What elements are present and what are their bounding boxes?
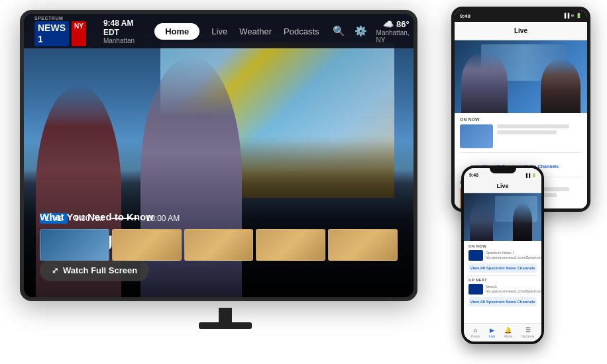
phone-channel-text-1: Spectrum News 1 hls.spectrumnews1.com/Sp… — [486, 251, 541, 260]
wyn-title-container: What You Need to Know — [40, 211, 154, 223]
wyn-title: What You Need to Know — [40, 211, 154, 222]
phone-video[interactable] — [464, 193, 541, 241]
alerts-icon: 🔔 — [504, 327, 512, 334]
phone-channel-logo-2 — [469, 284, 483, 295]
tablet-anchor-right — [541, 59, 580, 114]
phone-tab-alerts[interactable]: 🔔 Alerts — [504, 327, 513, 338]
search-icon[interactable]: 🔍 — [333, 25, 345, 37]
thumb-item-5[interactable] — [328, 229, 398, 261]
live-icon: ▶ — [490, 327, 494, 334]
tablet-video[interactable] — [455, 40, 587, 113]
phone-tab-home[interactable]: ⌂ Home — [471, 327, 480, 338]
phone-channel-name-1: Spectrum News 1 — [486, 251, 541, 255]
phone-nav-title: Live — [496, 183, 508, 189]
phone-channel-row-2: News1 hls.spectrumnews1.com/SpectrumNews… — [469, 284, 537, 295]
phone-bottom-bar: ⌂ Home ▶ Live 🔔 Alerts ☰ Sections — [464, 323, 541, 341]
tablet-time: 9:40 — [460, 13, 470, 19]
fullscreen-icon: ⤢ — [52, 266, 58, 275]
phone-up-next-label: UP NEXT — [469, 278, 537, 282]
thumb-item-2[interactable] — [112, 229, 182, 261]
time-display: 9:48 AM EDT — [103, 19, 135, 37]
tv-navbar: SPECTRUM NEWS 1 NY 9:48 AM EDT Manhattan… — [24, 14, 414, 48]
time-location: Manhattan — [103, 37, 135, 44]
tablet-line-1a — [497, 124, 569, 128]
weather-city: Manhattan, NY — [376, 29, 410, 44]
tv-nav-items: Home Live Weather Podcasts — [154, 23, 319, 40]
tablet-on-now-label: ON NOW — [460, 117, 582, 122]
phone-status-icons: ▐▐ 🔋 — [525, 173, 536, 177]
phone-on-now-label: ON NOW — [469, 244, 537, 248]
tablet-nav-bar: Live — [455, 22, 587, 40]
tv-screen: SPECTRUM NEWS 1 NY 9:48 AM EDT Manhattan… — [24, 14, 414, 297]
thumb-strip — [40, 229, 398, 261]
phone-anchor-right — [513, 203, 532, 241]
spectrum-label: SPECTRUM — [34, 16, 86, 21]
tablet-status-bar: 9:40 ▐▐ ≋ 🔋 — [455, 10, 587, 22]
phone-channel-logo-1 — [469, 250, 483, 261]
phone-anchor-left — [470, 201, 493, 241]
tv-logo: SPECTRUM NEWS 1 NY — [34, 16, 86, 46]
thumb-item-4[interactable] — [256, 229, 325, 261]
phone-container: 9:40 ▐▐ 🔋 Live ON NOW Spectrum — [461, 165, 547, 351]
thumb-item-1[interactable] — [40, 229, 109, 261]
phone-view-all-btn-2[interactable]: View All Spectrum News Channels — [469, 297, 537, 306]
tv-container: SPECTRUM NEWS 1 NY 9:48 AM EDT Manhattan… — [20, 10, 431, 334]
tv-neck — [219, 308, 232, 322]
phone-channel-text-2: News1 hls.spectrumnews1.com/SpectrumNews… — [486, 285, 541, 294]
nav-live[interactable]: Live — [211, 26, 227, 36]
phone-tab-sections[interactable]: ☰ Sections — [522, 327, 534, 338]
news1-label: NEWS 1 — [34, 21, 69, 46]
weather-widget: ☁️ 86° Manhattan, NY — [376, 19, 410, 44]
nav-podcasts[interactable]: Podcasts — [284, 26, 319, 36]
phone-tab-live[interactable]: ▶ Live — [489, 327, 495, 338]
tablet-status-icons: ▐▐ ≋ 🔋 — [563, 13, 582, 19]
tab-alerts-label: Alerts — [504, 334, 513, 338]
phone-time: 9:40 — [469, 173, 478, 177]
phone-nav-bar: Live — [464, 179, 541, 193]
tv-base — [199, 322, 252, 329]
tv-time: 9:48 AM EDT Manhattan — [103, 19, 135, 44]
nav-weather[interactable]: Weather — [239, 26, 272, 36]
thumb-item-3[interactable] — [184, 229, 254, 261]
phone-content: ON NOW Spectrum News 1 hls.spectrumnews1… — [464, 241, 541, 323]
weather-icon: ☁️ — [383, 19, 394, 29]
phone-screen: 9:40 ▐▐ 🔋 Live ON NOW Spectrum — [464, 168, 541, 341]
tab-sections-label: Sections — [522, 334, 534, 338]
tablet-line-1b — [497, 130, 557, 134]
tab-live-label: Live — [489, 334, 495, 338]
tablet-divider — [460, 152, 582, 153]
weather-top: ☁️ 86° — [383, 19, 410, 29]
scene: SPECTRUM NEWS 1 NY 9:48 AM EDT Manhattan… — [0, 0, 607, 364]
tv-stand — [199, 308, 252, 334]
phone-notch — [490, 168, 516, 173]
phone-channel-url-2: hls.spectrumnews1.com/SpectrumNews1 — [486, 289, 541, 294]
phone-channel-url-1: hls.spectrumnews1.com/SpectrumNews1 — [486, 255, 541, 260]
tablet-anchor-left — [461, 52, 508, 114]
home-icon: ⌂ — [474, 327, 477, 334]
settings-icon[interactable]: ⚙️ — [355, 25, 367, 37]
phone-channel-name-2: News1 — [486, 285, 541, 289]
tablet-thumb-1 — [460, 124, 493, 148]
tablet-row-1 — [460, 124, 582, 148]
phone-body: 9:40 ▐▐ 🔋 Live ON NOW Spectrum — [461, 165, 544, 344]
sections-icon: ☰ — [525, 327, 531, 334]
tablet-text-1 — [497, 124, 582, 136]
phone-divider-1 — [469, 275, 537, 276]
phone-view-all-btn-1[interactable]: View All Spectrum News Channels — [469, 263, 537, 273]
tv-body: SPECTRUM NEWS 1 NY 9:48 AM EDT Manhattan… — [20, 10, 417, 301]
watch-fullscreen-button[interactable]: ⤢ Watch Full Screen — [40, 259, 149, 281]
tv-nav-right: 🔍 ⚙️ ☁️ 86° Manhattan, NY — [333, 19, 410, 44]
phone-channel-row-1: Spectrum News 1 hls.spectrumnews1.com/Sp… — [469, 250, 537, 261]
tablet-nav-title: Live — [514, 27, 527, 34]
tab-home-label: Home — [471, 334, 480, 338]
ny-label: NY — [72, 21, 86, 46]
weather-temp: 86° — [396, 19, 410, 29]
nav-home[interactable]: Home — [154, 23, 199, 40]
